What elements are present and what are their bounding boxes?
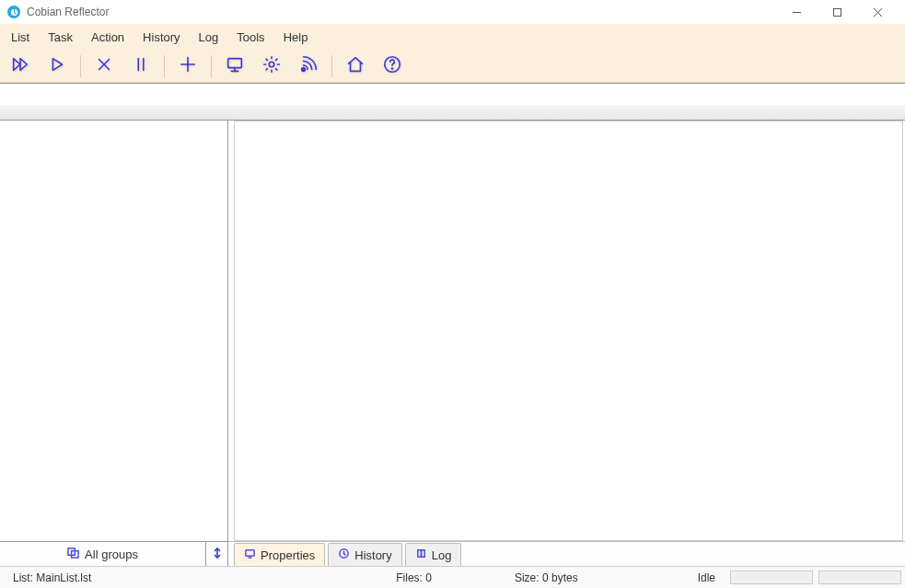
toolbar (0, 50, 905, 83)
stop-icon (94, 54, 114, 77)
network-button[interactable] (294, 52, 323, 80)
status-bar: List: MainList.lst Files: 0 Size: 0 byte… (0, 566, 905, 588)
status-size: Size: 0 bytes (505, 567, 587, 588)
svg-rect-11 (228, 59, 242, 68)
add-icon (178, 54, 198, 77)
app-icon (7, 6, 20, 18)
toolbar-separator (164, 55, 165, 77)
run-button[interactable] (42, 52, 72, 80)
stop-button[interactable] (89, 52, 119, 80)
svg-rect-2 (833, 8, 841, 16)
add-button[interactable] (173, 52, 203, 80)
properties-icon (244, 548, 256, 562)
pause-icon (131, 54, 151, 77)
tab-properties[interactable]: Properties (234, 543, 325, 566)
title-bar: Cobian Reflector (0, 0, 905, 24)
run-all-button[interactable] (6, 52, 35, 80)
svg-rect-21 (246, 550, 254, 557)
menu-help[interactable]: Help (274, 27, 318, 48)
groups-label: All groups (85, 548, 138, 561)
status-grip (818, 571, 901, 584)
task-list-header (0, 84, 905, 121)
status-progress-slot (730, 571, 813, 584)
details-area (234, 121, 903, 541)
tab-history-label: History (354, 548, 391, 562)
workspace: All groups Properties H (0, 83, 905, 566)
maximize-button[interactable] (817, 0, 857, 24)
left-pane: All groups (0, 121, 228, 566)
log-icon (415, 548, 427, 562)
menu-log[interactable]: Log (190, 27, 228, 48)
tab-log[interactable]: Log (405, 543, 462, 566)
task-list-area[interactable] (0, 121, 227, 541)
monitor-icon (225, 54, 245, 77)
sort-button[interactable] (206, 542, 227, 566)
tab-history[interactable]: History (328, 543, 401, 566)
help-button[interactable] (377, 52, 407, 80)
toolbar-separator (211, 55, 212, 77)
run-all-icon (10, 54, 30, 77)
toolbar-separator (80, 55, 81, 77)
status-list: List: MainList.lst (4, 567, 100, 588)
menu-task[interactable]: Task (39, 27, 82, 48)
monitor-button[interactable] (220, 52, 249, 80)
menu-history[interactable]: History (133, 27, 189, 48)
pause-button[interactable] (126, 52, 156, 80)
svg-point-17 (391, 68, 392, 69)
svg-point-14 (269, 62, 274, 67)
run-icon (47, 54, 67, 77)
tab-properties-label: Properties (261, 548, 315, 562)
status-state: Idle (689, 567, 725, 588)
right-pane: Properties History Log (228, 121, 905, 566)
settings-icon (261, 54, 282, 77)
home-icon (345, 54, 365, 77)
toolbar-separator (331, 55, 332, 77)
detail-tabs: Properties History Log (228, 541, 905, 566)
groups-button[interactable]: All groups (0, 542, 206, 566)
minimize-button[interactable] (776, 0, 817, 24)
menu-tools[interactable]: Tools (227, 27, 273, 48)
menu-list[interactable]: List (2, 27, 39, 48)
network-icon (298, 54, 319, 77)
sort-icon (212, 547, 223, 562)
help-icon (382, 54, 402, 77)
close-button[interactable] (857, 0, 898, 24)
groups-icon (67, 547, 79, 561)
history-icon (338, 548, 350, 562)
settings-button[interactable] (257, 52, 286, 80)
menu-bar: List Task Action History Log Tools Help (0, 24, 905, 50)
window-title: Cobian Reflector (27, 6, 109, 18)
svg-point-15 (302, 68, 306, 72)
menu-action[interactable]: Action (82, 27, 133, 48)
status-files: Files: 0 (387, 567, 441, 588)
home-button[interactable] (341, 52, 370, 80)
tab-log-label: Log (432, 548, 452, 562)
